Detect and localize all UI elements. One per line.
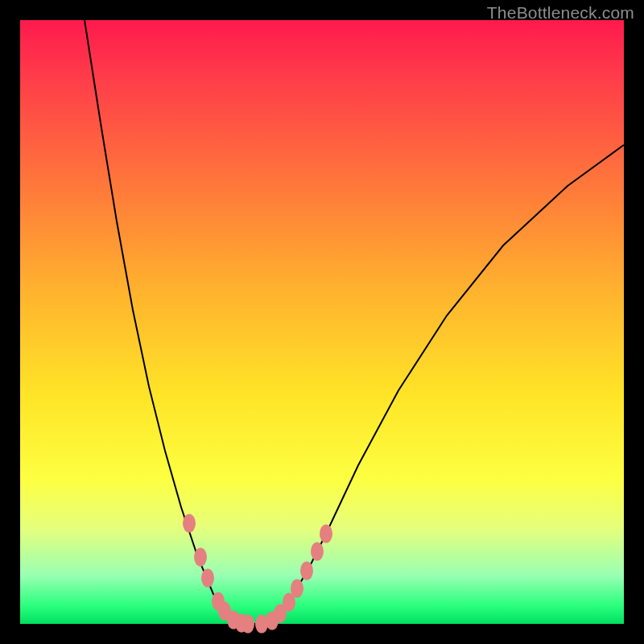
chart-svg	[20, 20, 624, 624]
watermark-text: TheBottleneck.com	[487, 3, 634, 23]
bottleneck-curve	[85, 20, 624, 624]
data-point	[320, 525, 332, 543]
data-point	[300, 562, 313, 580]
data-point	[291, 580, 303, 598]
chart-frame	[20, 20, 624, 624]
data-point	[194, 548, 207, 567]
data-point	[201, 569, 214, 588]
data-point	[311, 543, 324, 561]
data-point	[242, 615, 254, 634]
data-point	[183, 514, 196, 533]
data-points	[183, 514, 332, 634]
